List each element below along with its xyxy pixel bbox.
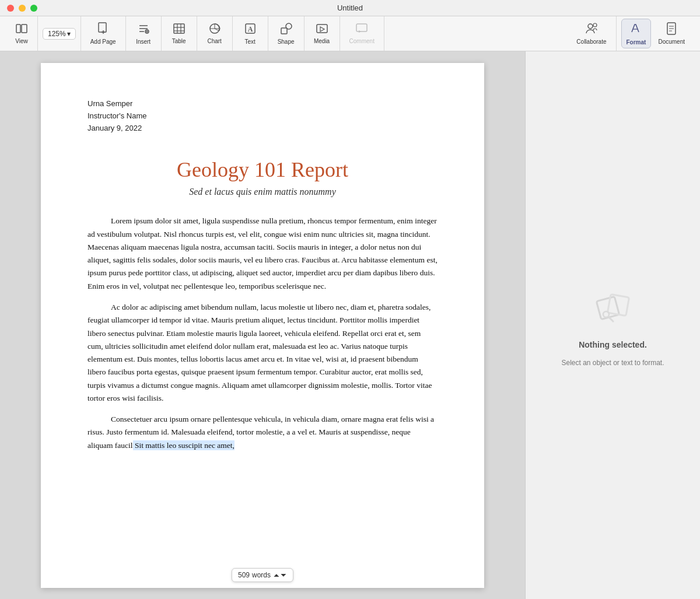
- shape-group: Shape: [268, 16, 304, 51]
- insert-icon: [137, 22, 150, 37]
- view-icon: [15, 23, 28, 36]
- svg-point-25: [593, 23, 597, 27]
- word-count-label: words: [252, 571, 271, 579]
- comment-label: Comment: [349, 38, 374, 44]
- collaborate-icon: [585, 22, 598, 37]
- chart-label: Chart: [207, 38, 221, 44]
- instructor-name: Instructor's Name: [88, 110, 438, 122]
- nothing-selected-subtitle: Select an object or text to format.: [550, 359, 676, 367]
- shape-label: Shape: [278, 38, 295, 45]
- shape-button[interactable]: Shape: [273, 20, 299, 47]
- nothing-selected-title: Nothing selected.: [579, 340, 647, 349]
- svg-rect-11: [174, 24, 184, 33]
- format-button[interactable]: Format: [621, 19, 652, 48]
- format-group: Format Document: [617, 16, 694, 51]
- table-label: Table: [172, 38, 186, 44]
- document-header: Urna Semper Instructor's Name January 9,…: [88, 98, 438, 134]
- document-subtitle: Sed et lacus quis enim mattis nonummy: [88, 187, 438, 197]
- comment-icon: [355, 23, 368, 36]
- main-area: Urna Semper Instructor's Name January 9,…: [0, 51, 700, 599]
- chart-button[interactable]: Chart: [202, 20, 228, 47]
- document-page[interactable]: Urna Semper Instructor's Name January 9,…: [41, 63, 484, 588]
- text-group: A Text: [233, 16, 268, 51]
- view-label: View: [15, 38, 28, 44]
- paragraph-1: Lorem ipsum dolor sit amet, ligula suspe…: [88, 215, 438, 293]
- text-label: Text: [244, 38, 255, 45]
- comment-group: Comment: [340, 16, 384, 51]
- window-controls: [7, 5, 37, 12]
- view-group: View: [6, 16, 38, 51]
- paragraph-3-highlighted: Sit mattis leo suscipit nec amet,: [133, 440, 235, 450]
- format-label: Format: [626, 39, 646, 45]
- shape-icon: [279, 22, 292, 37]
- zoom-group: 125% ▾: [38, 16, 81, 51]
- svg-rect-20: [281, 28, 287, 34]
- collaborate-label: Collaborate: [576, 38, 606, 45]
- comment-button[interactable]: Comment: [345, 20, 379, 47]
- minimize-button[interactable]: [19, 5, 26, 12]
- collaborate-group: Collaborate: [567, 16, 616, 51]
- svg-rect-22: [317, 24, 327, 33]
- paragraph-3: Consectetuer arcu ipsum ornare pellentes…: [88, 413, 438, 452]
- view-button[interactable]: View: [10, 21, 33, 47]
- media-icon: [316, 23, 328, 36]
- zoom-control[interactable]: 125% ▾: [43, 28, 76, 40]
- table-button[interactable]: Table: [166, 20, 192, 47]
- add-page-button[interactable]: Add Page: [86, 20, 121, 47]
- svg-rect-23: [356, 24, 367, 31]
- table-icon: [173, 23, 186, 36]
- insert-group: Insert: [126, 16, 162, 51]
- title-bar: Untitled: [0, 0, 700, 16]
- svg-point-21: [286, 23, 292, 29]
- text-icon: A: [244, 22, 257, 37]
- media-label: Media: [314, 38, 330, 44]
- format-icon: [629, 22, 642, 37]
- zoom-chevron: ▾: [67, 30, 71, 38]
- word-count-bar[interactable]: 509 words ⏶⏷: [232, 568, 293, 582]
- chart-icon: [208, 23, 221, 36]
- word-count-highlight: Sit mattis leo suscipit nec amet,: [133, 441, 235, 450]
- document-button[interactable]: Document: [653, 20, 690, 47]
- document-area[interactable]: Urna Semper Instructor's Name January 9,…: [0, 51, 525, 599]
- document-title: Geology 101 Report: [88, 157, 438, 182]
- nothing-selected-icon: [590, 284, 636, 331]
- add-page-label: Add Page: [90, 38, 116, 45]
- toolbar: View 125% ▾ Add Page: [0, 16, 700, 51]
- media-button[interactable]: Media: [309, 20, 335, 47]
- document-icon: [666, 22, 677, 37]
- zoom-value: 125%: [48, 30, 66, 38]
- svg-rect-2: [99, 23, 106, 32]
- document-date: January 9, 2022: [88, 122, 438, 135]
- paragraph-2: Ac dolor ac adipiscing amet bibendum nul…: [88, 301, 438, 405]
- right-panel: Nothing selected. Select an object or te…: [525, 51, 700, 599]
- svg-rect-1: [22, 24, 27, 33]
- word-count-chevron: ⏶⏷: [273, 571, 287, 579]
- svg-rect-0: [16, 24, 20, 33]
- text-button[interactable]: A Text: [237, 20, 263, 47]
- table-group: Table: [162, 16, 197, 51]
- author-name: Urna Semper: [88, 98, 438, 110]
- insert-label: Insert: [136, 38, 150, 45]
- media-group: Media: [304, 16, 340, 51]
- svg-point-24: [588, 24, 593, 29]
- document-label: Document: [658, 38, 685, 45]
- close-button[interactable]: [7, 5, 14, 12]
- add-page-group: Add Page: [81, 16, 126, 51]
- document-body[interactable]: Lorem ipsum dolor sit amet, ligula suspe…: [88, 215, 438, 452]
- collaborate-button[interactable]: Collaborate: [572, 20, 611, 47]
- insert-button[interactable]: Insert: [131, 20, 156, 47]
- maximize-button[interactable]: [30, 5, 37, 12]
- window-title: Untitled: [337, 3, 363, 12]
- svg-text:A: A: [247, 25, 253, 33]
- add-page-icon: [97, 22, 109, 37]
- chart-group: Chart: [197, 16, 233, 51]
- word-count-number: 509: [238, 571, 250, 579]
